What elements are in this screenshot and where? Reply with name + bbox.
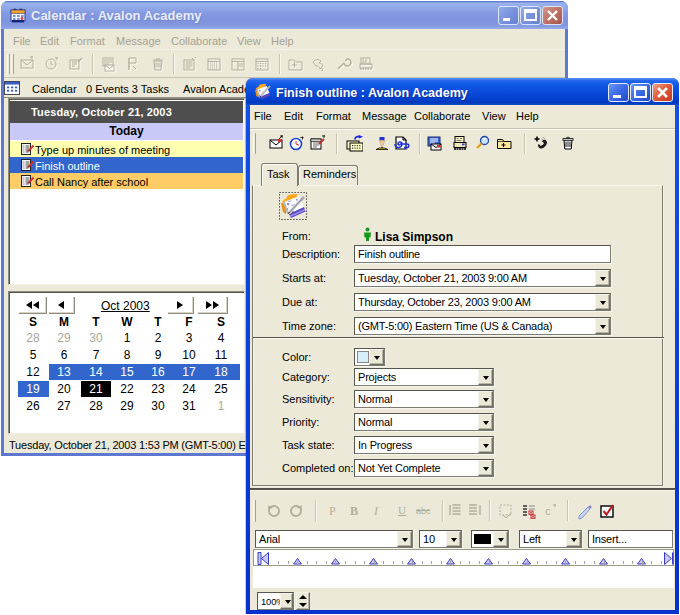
svg-text:U: U [398,504,406,516]
svg-text:P: P [329,504,336,518]
svg-text:I: I [373,504,379,518]
svg-text:B: B [350,504,358,518]
svg-text:c: c [545,505,551,517]
